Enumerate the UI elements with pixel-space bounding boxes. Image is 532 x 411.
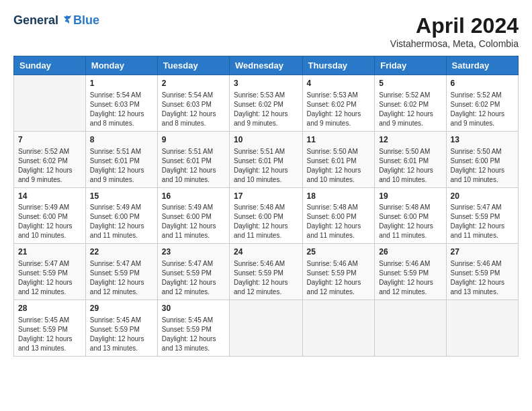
day-info: Sunrise: 5:53 AM Sunset: 6:02 PM Dayligh… — [307, 91, 371, 128]
day-info: Sunrise: 5:46 AM Sunset: 5:59 PM Dayligh… — [234, 259, 298, 297]
day-number: 17 — [234, 191, 298, 202]
calendar-cell: 19Sunrise: 5:48 AM Sunset: 6:00 PM Dayli… — [375, 187, 446, 244]
calendar-cell: 18Sunrise: 5:48 AM Sunset: 6:00 PM Dayli… — [302, 187, 375, 244]
day-info: Sunrise: 5:51 AM Sunset: 6:01 PM Dayligh… — [162, 147, 225, 185]
location: Vistahermosa, Meta, Colombia — [390, 38, 519, 49]
day-number: 6 — [451, 78, 514, 89]
day-number: 2 — [162, 78, 225, 89]
calendar-cell: 25Sunrise: 5:46 AM Sunset: 5:59 PM Dayli… — [302, 244, 375, 300]
calendar-cell: 3Sunrise: 5:53 AM Sunset: 6:02 PM Daylig… — [230, 75, 303, 132]
day-number: 3 — [234, 78, 298, 89]
calendar-header-row: SundayMondayTuesdayWednesdayThursdayFrid… — [14, 56, 519, 75]
day-info: Sunrise: 5:48 AM Sunset: 6:00 PM Dayligh… — [379, 203, 441, 240]
calendar-cell: 10Sunrise: 5:51 AM Sunset: 6:01 PM Dayli… — [230, 131, 303, 187]
day-number: 15 — [90, 191, 153, 202]
calendar-cell: 5Sunrise: 5:52 AM Sunset: 6:02 PM Daylig… — [375, 75, 446, 132]
day-info: Sunrise: 5:51 AM Sunset: 6:01 PM Dayligh… — [234, 147, 298, 185]
day-info: Sunrise: 5:47 AM Sunset: 5:59 PM Dayligh… — [90, 259, 153, 297]
day-number: 27 — [451, 246, 514, 258]
day-number: 25 — [307, 246, 371, 258]
day-info: Sunrise: 5:46 AM Sunset: 5:59 PM Dayligh… — [451, 259, 514, 297]
day-info: Sunrise: 5:45 AM Sunset: 5:59 PM Dayligh… — [18, 316, 81, 353]
calendar-cell: 1Sunrise: 5:54 AM Sunset: 6:03 PM Daylig… — [85, 75, 157, 132]
day-info: Sunrise: 5:52 AM Sunset: 6:02 PM Dayligh… — [379, 91, 441, 128]
calendar-cell: 16Sunrise: 5:49 AM Sunset: 6:00 PM Dayli… — [157, 187, 229, 244]
day-number: 29 — [90, 303, 153, 314]
calendar-cell: 26Sunrise: 5:46 AM Sunset: 5:59 PM Dayli… — [375, 244, 446, 300]
calendar-week-row: 7Sunrise: 5:52 AM Sunset: 6:02 PM Daylig… — [14, 131, 519, 187]
calendar-cell: 24Sunrise: 5:46 AM Sunset: 5:59 PM Dayli… — [230, 244, 303, 300]
calendar-cell: 23Sunrise: 5:47 AM Sunset: 5:59 PM Dayli… — [157, 244, 229, 300]
day-info: Sunrise: 5:49 AM Sunset: 6:00 PM Dayligh… — [162, 203, 225, 240]
day-number: 30 — [162, 303, 225, 314]
calendar-cell: 2Sunrise: 5:54 AM Sunset: 6:03 PM Daylig… — [157, 75, 229, 132]
header-cell-friday: Friday — [375, 56, 446, 75]
calendar-cell: 11Sunrise: 5:50 AM Sunset: 6:01 PM Dayli… — [302, 131, 375, 187]
calendar-cell: 14Sunrise: 5:49 AM Sunset: 6:00 PM Dayli… — [14, 187, 86, 244]
day-info: Sunrise: 5:46 AM Sunset: 5:59 PM Dayligh… — [307, 259, 371, 297]
day-info: Sunrise: 5:45 AM Sunset: 5:59 PM Dayligh… — [162, 316, 225, 353]
calendar-cell: 29Sunrise: 5:45 AM Sunset: 5:59 PM Dayli… — [85, 300, 157, 357]
day-info: Sunrise: 5:51 AM Sunset: 6:01 PM Dayligh… — [90, 147, 153, 185]
day-info: Sunrise: 5:54 AM Sunset: 6:03 PM Dayligh… — [90, 91, 153, 128]
title-area: April 2024 Vistahermosa, Meta, Colombia — [390, 13, 519, 49]
calendar-cell: 9Sunrise: 5:51 AM Sunset: 6:01 PM Daylig… — [157, 131, 229, 187]
day-number: 26 — [379, 246, 441, 258]
calendar-cell: 13Sunrise: 5:50 AM Sunset: 6:00 PM Dayli… — [446, 131, 518, 187]
calendar-cell — [375, 300, 446, 357]
calendar-cell — [14, 75, 86, 132]
header: General Blue April 2024 Vistahermosa, Me… — [13, 13, 519, 49]
day-number: 21 — [18, 246, 81, 258]
day-number: 19 — [379, 191, 441, 202]
calendar-cell — [230, 300, 303, 357]
day-info: Sunrise: 5:50 AM Sunset: 6:00 PM Dayligh… — [451, 147, 514, 185]
calendar-cell: 7Sunrise: 5:52 AM Sunset: 6:02 PM Daylig… — [14, 131, 86, 187]
calendar-cell — [446, 300, 518, 357]
logo-blue: Blue — [73, 13, 99, 28]
day-number: 1 — [90, 78, 153, 89]
day-number: 11 — [307, 134, 371, 146]
calendar-cell: 17Sunrise: 5:48 AM Sunset: 6:00 PM Dayli… — [230, 187, 303, 244]
day-info: Sunrise: 5:54 AM Sunset: 6:03 PM Dayligh… — [162, 91, 225, 128]
day-number: 13 — [451, 134, 514, 146]
day-number: 14 — [18, 191, 81, 202]
calendar-week-row: 28Sunrise: 5:45 AM Sunset: 5:59 PM Dayli… — [14, 300, 519, 357]
day-number: 22 — [90, 246, 153, 258]
logo-general: General — [13, 13, 58, 28]
header-cell-tuesday: Tuesday — [157, 56, 229, 75]
calendar-cell: 15Sunrise: 5:49 AM Sunset: 6:00 PM Dayli… — [85, 187, 157, 244]
month-title: April 2024 — [390, 13, 519, 38]
calendar-week-row: 14Sunrise: 5:49 AM Sunset: 6:00 PM Dayli… — [14, 187, 519, 244]
calendar-cell: 27Sunrise: 5:46 AM Sunset: 5:59 PM Dayli… — [446, 244, 518, 300]
calendar-cell: 4Sunrise: 5:53 AM Sunset: 6:02 PM Daylig… — [302, 75, 375, 132]
day-number: 9 — [162, 134, 225, 146]
day-info: Sunrise: 5:52 AM Sunset: 6:02 PM Dayligh… — [451, 91, 514, 128]
day-number: 4 — [307, 78, 371, 89]
calendar-cell: 22Sunrise: 5:47 AM Sunset: 5:59 PM Dayli… — [85, 244, 157, 300]
header-cell-monday: Monday — [85, 56, 157, 75]
day-info: Sunrise: 5:53 AM Sunset: 6:02 PM Dayligh… — [234, 91, 298, 128]
day-info: Sunrise: 5:47 AM Sunset: 5:59 PM Dayligh… — [162, 259, 225, 297]
day-info: Sunrise: 5:50 AM Sunset: 6:01 PM Dayligh… — [307, 147, 371, 185]
day-number: 10 — [234, 134, 298, 146]
day-info: Sunrise: 5:48 AM Sunset: 6:00 PM Dayligh… — [234, 203, 298, 240]
day-info: Sunrise: 5:49 AM Sunset: 6:00 PM Dayligh… — [90, 203, 153, 240]
day-number: 20 — [451, 191, 514, 202]
calendar-cell — [302, 300, 375, 357]
calendar-table: SundayMondayTuesdayWednesdayThursdayFrid… — [13, 56, 519, 357]
calendar-cell: 20Sunrise: 5:47 AM Sunset: 5:59 PM Dayli… — [446, 187, 518, 244]
header-cell-sunday: Sunday — [14, 56, 86, 75]
calendar-cell: 12Sunrise: 5:50 AM Sunset: 6:01 PM Dayli… — [375, 131, 446, 187]
header-cell-thursday: Thursday — [302, 56, 375, 75]
header-cell-saturday: Saturday — [446, 56, 518, 75]
day-info: Sunrise: 5:46 AM Sunset: 5:59 PM Dayligh… — [379, 259, 441, 297]
day-number: 8 — [90, 134, 153, 146]
day-info: Sunrise: 5:50 AM Sunset: 6:01 PM Dayligh… — [379, 147, 441, 185]
logo-bird-icon — [60, 14, 73, 28]
day-number: 12 — [379, 134, 441, 146]
day-number: 7 — [18, 134, 81, 146]
calendar-cell: 28Sunrise: 5:45 AM Sunset: 5:59 PM Dayli… — [14, 300, 86, 357]
logo: General Blue — [13, 13, 99, 28]
calendar-cell: 8Sunrise: 5:51 AM Sunset: 6:01 PM Daylig… — [85, 131, 157, 187]
day-info: Sunrise: 5:52 AM Sunset: 6:02 PM Dayligh… — [18, 147, 81, 185]
